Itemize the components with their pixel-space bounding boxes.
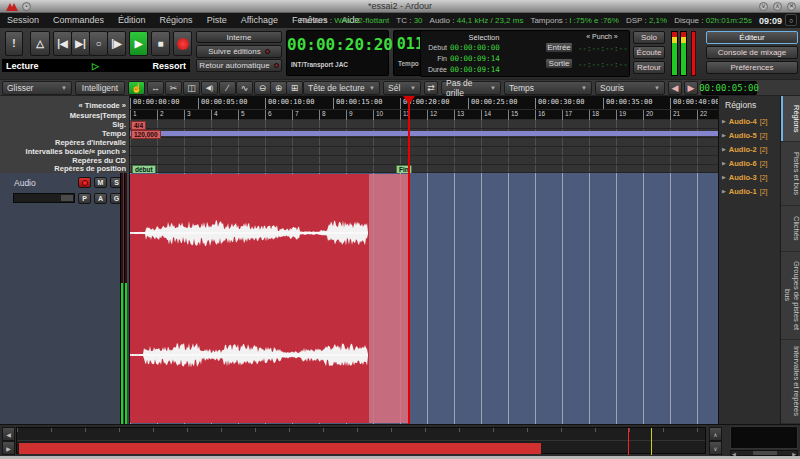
- record-button[interactable]: [173, 31, 192, 56]
- region-item-audio-4[interactable]: ▶Audio-4[2]: [719, 114, 780, 128]
- zoom-fit-button[interactable]: ⊞: [286, 81, 303, 95]
- zoom-in-button[interactable]: ⊕: [270, 81, 287, 95]
- measures-ruler[interactable]: 12345678910111213141516171819202122: [130, 110, 718, 120]
- summary-view[interactable]: [16, 427, 706, 454]
- timecode-ruler[interactable]: 00:00:00:0000:00:05:0000:00:10:0000:00:1…: [130, 96, 718, 110]
- punch-in-clock[interactable]: --:--:--:--: [578, 43, 628, 54]
- marker-rulers[interactable]: 4/4 120,000 début Fin: [130, 120, 718, 173]
- tab-r-gions[interactable]: Régions: [781, 96, 800, 142]
- expand-triangle-icon[interactable]: ▶: [722, 188, 726, 194]
- playhead[interactable]: [408, 96, 410, 424]
- loop-punch-ruler[interactable]: [130, 147, 718, 156]
- sig-ruler[interactable]: 4/4: [130, 120, 718, 129]
- region-item-audio-3[interactable]: ▶Audio-3[2]: [719, 170, 780, 184]
- menu-session[interactable]: Session: [0, 13, 46, 28]
- summary-zoom-in-button[interactable]: ∧: [709, 427, 722, 441]
- tab-pistes-et-bus[interactable]: Pistes et bus: [781, 142, 800, 206]
- edit-point-combo[interactable]: Souris▼: [595, 81, 665, 95]
- region-item-audio-1[interactable]: ▶Audio-1[2]: [719, 184, 780, 198]
- ruler-label-mesures-temps[interactable]: Mesures|Temps: [0, 111, 126, 120]
- ruler-label-sig[interactable]: Sig.: [0, 120, 126, 129]
- follow-edits-toggle[interactable]: Suivre éditions: [196, 45, 282, 58]
- editor-window-button[interactable]: Éditeur: [706, 31, 798, 44]
- tab-clich-s[interactable]: Clichés: [781, 206, 800, 252]
- tab-intervalles-et-rep-res[interactable]: Intervalles et repères: [781, 340, 800, 424]
- punch-out-button[interactable]: Sortie: [545, 58, 573, 69]
- tab-groupes-de-pistes-et-bus[interactable]: Groupes de pistes et bus: [781, 252, 800, 340]
- ruler-label-rep-res-d-intervalle[interactable]: Repères d'intervalle: [0, 138, 126, 147]
- summary-scroll-right-button[interactable]: ▶: [2, 441, 15, 455]
- grid-unit-combo[interactable]: Temps▼: [504, 81, 592, 95]
- trim-tool-button[interactable]: ◫: [183, 81, 200, 95]
- nudge-forward-button[interactable]: ▶: [684, 81, 698, 95]
- range-tool-button[interactable]: ↔: [147, 81, 164, 95]
- goto-end-button[interactable]: ▶|: [71, 31, 90, 56]
- ruler-label-tempo[interactable]: Tempo: [0, 129, 126, 138]
- track-playlist-button[interactable]: P: [78, 193, 91, 204]
- menu-r-gions[interactable]: Régions: [153, 13, 200, 28]
- sync-source-button[interactable]: Interne: [196, 31, 282, 43]
- menu-commandes[interactable]: Commandes: [46, 13, 111, 28]
- edit-mode-combo[interactable]: Glisser▼: [2, 81, 72, 95]
- track-gain-fader[interactable]: [13, 193, 75, 203]
- stop-button[interactable]: ■: [151, 31, 170, 56]
- automation-tool-button[interactable]: ∿: [236, 81, 253, 95]
- selection-combo[interactable]: Sél▼: [383, 81, 421, 95]
- record-indicator-button[interactable]: ○: [785, 14, 797, 26]
- editor-canvas[interactable]: [130, 173, 718, 424]
- ruler-label-timecode[interactable]: « Timecode »: [0, 101, 126, 110]
- track-mute-button[interactable]: M: [94, 177, 107, 188]
- expand-triangle-icon[interactable]: ▶: [722, 118, 726, 124]
- track-record-button[interactable]: [78, 177, 91, 188]
- preferences-button[interactable]: Préférences: [706, 61, 798, 74]
- primary-clock[interactable]: 00:00:20:20 INT/Transport JAC: [286, 30, 389, 76]
- region-item-audio-5[interactable]: ▶Audio-5[2]: [719, 128, 780, 142]
- navigator-view[interactable]: [730, 426, 798, 449]
- ruler-label-intervalles-boucle-punch[interactable]: Intervalles boucle/« punch »: [0, 147, 126, 156]
- expand-triangle-icon[interactable]: ▶: [722, 146, 726, 152]
- menu-piste[interactable]: Piste: [200, 13, 234, 28]
- menu-affichage[interactable]: Affichage: [234, 13, 285, 28]
- cd-markers-ruler[interactable]: [130, 156, 718, 165]
- region-item-audio-6[interactable]: ▶Audio-6[2]: [719, 156, 780, 170]
- summary-zoom-out-button[interactable]: ∨: [709, 441, 722, 455]
- listen-button[interactable]: Écoute: [633, 46, 665, 59]
- maximize-button[interactable]: ∧: [773, 2, 782, 11]
- auto-return-toggle[interactable]: Retour automatique: [196, 59, 282, 72]
- menu-dition[interactable]: Édition: [111, 13, 153, 28]
- goto-start-button[interactable]: |◀: [53, 31, 72, 56]
- feedback-button[interactable]: Retour: [633, 61, 665, 74]
- punch-marker-button[interactable]: !: [5, 31, 23, 56]
- ruler-label-rep-res-de-position[interactable]: Repères de position: [0, 164, 126, 173]
- playhead-combo[interactable]: Tête de lecture▼: [303, 81, 380, 95]
- track-automation-button[interactable]: A: [94, 193, 107, 204]
- selection-row-value[interactable]: 00:00:00:00: [450, 42, 500, 53]
- expand-triangle-icon[interactable]: ▶: [722, 160, 726, 166]
- minimize-button[interactable]: ∨: [759, 2, 768, 11]
- range-markers-ruler[interactable]: [130, 138, 718, 147]
- summary-scroll-left-button[interactable]: ◀: [2, 427, 15, 441]
- track-header[interactable]: Audio M S P A G: [0, 173, 130, 424]
- selection-row-value[interactable]: 00:00:09:14: [450, 53, 500, 64]
- zoom-out-button[interactable]: ⊖: [254, 81, 271, 95]
- smart-mode-button[interactable]: Intelligent: [75, 81, 125, 95]
- region-item-audio-2[interactable]: ▶Audio-2[2]: [719, 142, 780, 156]
- play-button[interactable]: ▶: [129, 31, 148, 56]
- play-range-button[interactable]: |▶: [107, 31, 126, 56]
- metronome-button[interactable]: △: [30, 31, 50, 56]
- tempo-ruler[interactable]: 120,000: [130, 129, 718, 138]
- scrollbar-thumb[interactable]: [753, 451, 777, 455]
- nudge-clock[interactable]: 00:00:05:00: [701, 81, 757, 95]
- punch-in-button[interactable]: Entrée: [545, 42, 573, 53]
- expand-triangle-icon[interactable]: ▶: [722, 174, 726, 180]
- grid-mode-combo[interactable]: Pas de grille▼: [441, 81, 501, 95]
- expand-triangle-icon[interactable]: ▶: [722, 132, 726, 138]
- draw-tool-button[interactable]: ∕: [219, 81, 236, 95]
- constraint-icon[interactable]: ⇄: [424, 81, 438, 95]
- tempo-tag[interactable]: 120,000: [131, 130, 161, 139]
- punch-out-clock[interactable]: --:--:--:--: [578, 59, 628, 70]
- nudge-back-button[interactable]: ◀: [668, 81, 682, 95]
- close-button[interactable]: ✕: [787, 2, 796, 11]
- track-name[interactable]: Audio: [14, 178, 36, 188]
- cut-tool-button[interactable]: ✂: [165, 81, 182, 95]
